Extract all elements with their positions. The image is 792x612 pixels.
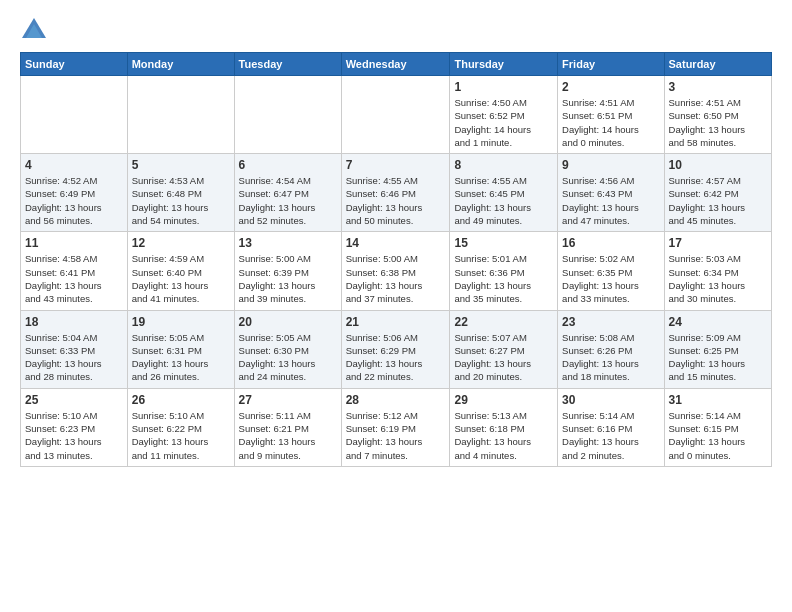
- day-number: 13: [239, 236, 337, 250]
- calendar-week-1: 1Sunrise: 4:50 AM Sunset: 6:52 PM Daylig…: [21, 76, 772, 154]
- day-number: 16: [562, 236, 659, 250]
- column-header-monday: Monday: [127, 53, 234, 76]
- day-info: Sunrise: 5:10 AM Sunset: 6:23 PM Dayligh…: [25, 409, 123, 462]
- day-info: Sunrise: 4:58 AM Sunset: 6:41 PM Dayligh…: [25, 252, 123, 305]
- calendar-cell: 5Sunrise: 4:53 AM Sunset: 6:48 PM Daylig…: [127, 154, 234, 232]
- day-info: Sunrise: 5:03 AM Sunset: 6:34 PM Dayligh…: [669, 252, 767, 305]
- day-number: 4: [25, 158, 123, 172]
- calendar-cell: 3Sunrise: 4:51 AM Sunset: 6:50 PM Daylig…: [664, 76, 771, 154]
- calendar-week-3: 11Sunrise: 4:58 AM Sunset: 6:41 PM Dayli…: [21, 232, 772, 310]
- calendar-cell: 8Sunrise: 4:55 AM Sunset: 6:45 PM Daylig…: [450, 154, 558, 232]
- calendar-week-4: 18Sunrise: 5:04 AM Sunset: 6:33 PM Dayli…: [21, 310, 772, 388]
- calendar-cell: 13Sunrise: 5:00 AM Sunset: 6:39 PM Dayli…: [234, 232, 341, 310]
- calendar-cell: [127, 76, 234, 154]
- day-info: Sunrise: 5:14 AM Sunset: 6:15 PM Dayligh…: [669, 409, 767, 462]
- calendar-cell: 27Sunrise: 5:11 AM Sunset: 6:21 PM Dayli…: [234, 388, 341, 466]
- calendar-cell: [234, 76, 341, 154]
- calendar-cell: 24Sunrise: 5:09 AM Sunset: 6:25 PM Dayli…: [664, 310, 771, 388]
- calendar-cell: 16Sunrise: 5:02 AM Sunset: 6:35 PM Dayli…: [558, 232, 664, 310]
- day-number: 31: [669, 393, 767, 407]
- day-info: Sunrise: 5:10 AM Sunset: 6:22 PM Dayligh…: [132, 409, 230, 462]
- calendar-cell: 11Sunrise: 4:58 AM Sunset: 6:41 PM Dayli…: [21, 232, 128, 310]
- calendar-cell: 7Sunrise: 4:55 AM Sunset: 6:46 PM Daylig…: [341, 154, 450, 232]
- day-number: 14: [346, 236, 446, 250]
- day-info: Sunrise: 5:05 AM Sunset: 6:30 PM Dayligh…: [239, 331, 337, 384]
- calendar-cell: 18Sunrise: 5:04 AM Sunset: 6:33 PM Dayli…: [21, 310, 128, 388]
- calendar-cell: 31Sunrise: 5:14 AM Sunset: 6:15 PM Dayli…: [664, 388, 771, 466]
- calendar-header-row: SundayMondayTuesdayWednesdayThursdayFrid…: [21, 53, 772, 76]
- calendar-cell: 4Sunrise: 4:52 AM Sunset: 6:49 PM Daylig…: [21, 154, 128, 232]
- day-number: 26: [132, 393, 230, 407]
- calendar-cell: 15Sunrise: 5:01 AM Sunset: 6:36 PM Dayli…: [450, 232, 558, 310]
- day-info: Sunrise: 5:00 AM Sunset: 6:38 PM Dayligh…: [346, 252, 446, 305]
- calendar-cell: 2Sunrise: 4:51 AM Sunset: 6:51 PM Daylig…: [558, 76, 664, 154]
- column-header-saturday: Saturday: [664, 53, 771, 76]
- day-info: Sunrise: 4:55 AM Sunset: 6:46 PM Dayligh…: [346, 174, 446, 227]
- day-info: Sunrise: 4:59 AM Sunset: 6:40 PM Dayligh…: [132, 252, 230, 305]
- day-info: Sunrise: 5:12 AM Sunset: 6:19 PM Dayligh…: [346, 409, 446, 462]
- calendar-cell: 23Sunrise: 5:08 AM Sunset: 6:26 PM Dayli…: [558, 310, 664, 388]
- column-header-thursday: Thursday: [450, 53, 558, 76]
- calendar-cell: 29Sunrise: 5:13 AM Sunset: 6:18 PM Dayli…: [450, 388, 558, 466]
- calendar-cell: 26Sunrise: 5:10 AM Sunset: 6:22 PM Dayli…: [127, 388, 234, 466]
- calendar-cell: 9Sunrise: 4:56 AM Sunset: 6:43 PM Daylig…: [558, 154, 664, 232]
- day-number: 21: [346, 315, 446, 329]
- calendar-cell: 25Sunrise: 5:10 AM Sunset: 6:23 PM Dayli…: [21, 388, 128, 466]
- calendar-week-2: 4Sunrise: 4:52 AM Sunset: 6:49 PM Daylig…: [21, 154, 772, 232]
- day-number: 7: [346, 158, 446, 172]
- day-number: 1: [454, 80, 553, 94]
- calendar-cell: 19Sunrise: 5:05 AM Sunset: 6:31 PM Dayli…: [127, 310, 234, 388]
- day-number: 28: [346, 393, 446, 407]
- day-info: Sunrise: 5:14 AM Sunset: 6:16 PM Dayligh…: [562, 409, 659, 462]
- page: SundayMondayTuesdayWednesdayThursdayFrid…: [0, 0, 792, 612]
- day-number: 2: [562, 80, 659, 94]
- day-number: 27: [239, 393, 337, 407]
- calendar-table: SundayMondayTuesdayWednesdayThursdayFrid…: [20, 52, 772, 467]
- calendar-cell: [341, 76, 450, 154]
- calendar-cell: 6Sunrise: 4:54 AM Sunset: 6:47 PM Daylig…: [234, 154, 341, 232]
- header: [20, 16, 772, 44]
- column-header-sunday: Sunday: [21, 53, 128, 76]
- day-info: Sunrise: 4:55 AM Sunset: 6:45 PM Dayligh…: [454, 174, 553, 227]
- day-info: Sunrise: 4:50 AM Sunset: 6:52 PM Dayligh…: [454, 96, 553, 149]
- day-info: Sunrise: 5:06 AM Sunset: 6:29 PM Dayligh…: [346, 331, 446, 384]
- day-number: 12: [132, 236, 230, 250]
- calendar-cell: 10Sunrise: 4:57 AM Sunset: 6:42 PM Dayli…: [664, 154, 771, 232]
- day-info: Sunrise: 4:51 AM Sunset: 6:50 PM Dayligh…: [669, 96, 767, 149]
- day-number: 22: [454, 315, 553, 329]
- day-number: 23: [562, 315, 659, 329]
- day-info: Sunrise: 4:54 AM Sunset: 6:47 PM Dayligh…: [239, 174, 337, 227]
- day-number: 8: [454, 158, 553, 172]
- calendar-cell: 21Sunrise: 5:06 AM Sunset: 6:29 PM Dayli…: [341, 310, 450, 388]
- day-info: Sunrise: 4:56 AM Sunset: 6:43 PM Dayligh…: [562, 174, 659, 227]
- calendar-cell: 20Sunrise: 5:05 AM Sunset: 6:30 PM Dayli…: [234, 310, 341, 388]
- day-info: Sunrise: 5:04 AM Sunset: 6:33 PM Dayligh…: [25, 331, 123, 384]
- calendar-cell: [21, 76, 128, 154]
- day-info: Sunrise: 4:51 AM Sunset: 6:51 PM Dayligh…: [562, 96, 659, 149]
- column-header-friday: Friday: [558, 53, 664, 76]
- day-number: 17: [669, 236, 767, 250]
- day-info: Sunrise: 5:08 AM Sunset: 6:26 PM Dayligh…: [562, 331, 659, 384]
- day-number: 18: [25, 315, 123, 329]
- calendar-week-5: 25Sunrise: 5:10 AM Sunset: 6:23 PM Dayli…: [21, 388, 772, 466]
- day-info: Sunrise: 5:11 AM Sunset: 6:21 PM Dayligh…: [239, 409, 337, 462]
- day-number: 3: [669, 80, 767, 94]
- day-number: 9: [562, 158, 659, 172]
- logo: [20, 16, 52, 44]
- calendar-cell: 22Sunrise: 5:07 AM Sunset: 6:27 PM Dayli…: [450, 310, 558, 388]
- day-number: 25: [25, 393, 123, 407]
- day-info: Sunrise: 4:52 AM Sunset: 6:49 PM Dayligh…: [25, 174, 123, 227]
- day-info: Sunrise: 4:57 AM Sunset: 6:42 PM Dayligh…: [669, 174, 767, 227]
- day-info: Sunrise: 5:07 AM Sunset: 6:27 PM Dayligh…: [454, 331, 553, 384]
- day-number: 5: [132, 158, 230, 172]
- day-number: 24: [669, 315, 767, 329]
- day-number: 20: [239, 315, 337, 329]
- day-number: 15: [454, 236, 553, 250]
- day-info: Sunrise: 5:01 AM Sunset: 6:36 PM Dayligh…: [454, 252, 553, 305]
- calendar-cell: 30Sunrise: 5:14 AM Sunset: 6:16 PM Dayli…: [558, 388, 664, 466]
- day-number: 11: [25, 236, 123, 250]
- column-header-wednesday: Wednesday: [341, 53, 450, 76]
- day-info: Sunrise: 5:00 AM Sunset: 6:39 PM Dayligh…: [239, 252, 337, 305]
- day-number: 6: [239, 158, 337, 172]
- day-info: Sunrise: 4:53 AM Sunset: 6:48 PM Dayligh…: [132, 174, 230, 227]
